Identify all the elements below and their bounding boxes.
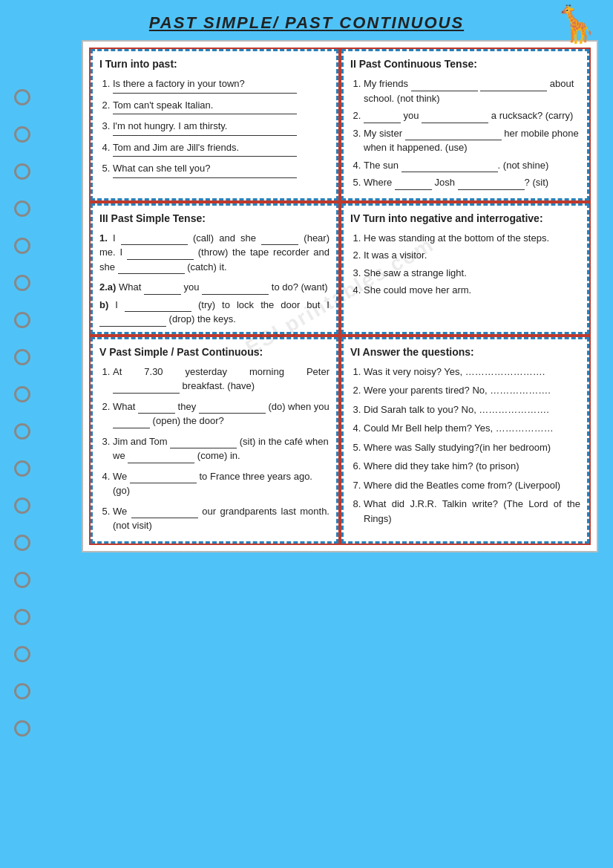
- list-item: Could Mr Bell help them? Yes, ………………: [364, 421, 580, 436]
- list-item: He was standing at the bottom of the ste…: [364, 231, 580, 246]
- spiral-ring: [14, 497, 30, 514]
- notebook: ESLprintables.com I Turn into past: Is t…: [82, 40, 598, 552]
- list-item: I'm not hungry. I am thirsty.: [113, 119, 330, 136]
- spiral-ring: [14, 720, 30, 737]
- list-item: you a rucksack? (carry): [364, 108, 580, 123]
- fill-blank[interactable]: [144, 284, 181, 295]
- list-item: Jim and Tom (sit) in the café when we (c…: [113, 434, 330, 463]
- section-2: II Past Continuous Tense: My friends abo…: [340, 48, 591, 202]
- section-3-p1: 1. I (call) and she (hear) me. I (throw)…: [99, 231, 330, 275]
- fill-blank[interactable]: [411, 81, 478, 91]
- spiral-ring: [14, 572, 30, 588]
- spiral-ring: [14, 275, 30, 291]
- list-item: We to France three years ago. (go): [113, 469, 330, 498]
- answer-line: [113, 114, 297, 114]
- page-title: PAST SIMPLE/ PAST CONTINUOUS: [0, 0, 613, 40]
- fill-blank[interactable]: [113, 418, 150, 428]
- list-item: What they (do) when you (open) the door?: [113, 399, 330, 428]
- section-4-title: IV Turn into negative and interrogative:: [350, 211, 580, 226]
- fill-blank[interactable]: [118, 264, 185, 274]
- fill-blank[interactable]: [199, 403, 266, 414]
- giraffe-icon: 🦒: [554, 4, 598, 45]
- spiral-binding: [7, 45, 37, 737]
- list-item: At 7.30 yesterday morning Peter breakfas…: [113, 365, 330, 394]
- section-5: V Past Simple / Past Continuous: At 7.30…: [89, 336, 340, 545]
- list-item: She saw a strange light.: [364, 266, 580, 281]
- list-item: She could move her arm.: [364, 283, 580, 298]
- spiral-ring: [14, 423, 30, 440]
- fill-blank[interactable]: [121, 235, 188, 245]
- list-item: My friends about school. (not think): [364, 76, 580, 105]
- section-1: I Turn into past: Is there a factory in …: [89, 48, 340, 202]
- section-6-title: VI Answer the questions:: [350, 345, 580, 360]
- list-item: Were your parents tired? No, ……………….: [364, 383, 580, 398]
- list-item: We our grandparents last month. (not vis…: [113, 504, 330, 533]
- fill-blank[interactable]: [401, 162, 498, 172]
- answer-line: [113, 93, 297, 94]
- list-item: Where Josh ? (sit): [364, 175, 580, 190]
- main-container: ESLprintables.com I Turn into past: Is t…: [45, 40, 606, 552]
- spiral-ring: [14, 200, 30, 217]
- fill-blank[interactable]: [125, 301, 191, 312]
- answer-line: [113, 156, 297, 157]
- section-3-p2b: b) I (try) to lock the door but I (drop)…: [99, 298, 330, 327]
- spiral-ring: [14, 535, 30, 551]
- spiral-ring: [14, 460, 30, 477]
- list-item: Was it very noisy? Yes, …………………….: [364, 365, 580, 379]
- fill-blank[interactable]: [395, 180, 432, 190]
- list-item: Tom can't speak Italian.: [113, 98, 330, 115]
- section-1-list: Is there a factory in your town? Tom can…: [99, 76, 330, 178]
- fill-blank[interactable]: [422, 113, 488, 123]
- section-2-title: II Past Continuous Tense:: [350, 56, 580, 72]
- fill-blank[interactable]: [458, 180, 525, 190]
- fill-blank[interactable]: [480, 81, 547, 91]
- spiral-ring: [14, 349, 30, 365]
- spiral-ring: [14, 163, 30, 180]
- list-item: My sister her mobile phone when it happe…: [364, 126, 580, 155]
- spiral-ring: [14, 609, 30, 625]
- list-item: What did J.R.R. Talkin write? (The Lord …: [364, 497, 580, 526]
- spiral-ring: [14, 238, 30, 254]
- spiral-ring: [14, 386, 30, 402]
- section-1-title: I Turn into past:: [99, 56, 330, 72]
- fill-blank[interactable]: [170, 438, 237, 448]
- list-item: Where was Sally studying?(in her bedroom…: [364, 440, 580, 455]
- list-item: Where did the Beatles come from? (Liverp…: [364, 478, 580, 493]
- section-2-list: My friends about school. (not think) you…: [350, 76, 580, 190]
- fill-blank[interactable]: [364, 113, 401, 123]
- fill-blank[interactable]: [405, 130, 502, 140]
- section-3-title: III Past Simple Tense:: [99, 211, 330, 226]
- spiral-ring: [14, 312, 30, 328]
- list-item: Where did they take him? (to prison): [364, 459, 580, 474]
- spiral-ring: [14, 683, 30, 699]
- section-6-list: Was it very noisy? Yes, ……………………. Were y…: [350, 365, 580, 526]
- answer-line: [113, 135, 297, 136]
- section-3: III Past Simple Tense: 1. I (call) and s…: [89, 202, 340, 336]
- fill-blank[interactable]: [127, 249, 194, 260]
- section-5-list: At 7.30 yesterday morning Peter breakfas…: [99, 365, 330, 533]
- spiral-ring: [14, 646, 30, 662]
- fill-blank[interactable]: [202, 284, 269, 295]
- fill-blank[interactable]: [99, 316, 166, 327]
- list-item: Did Sarah talk to you? No, ………………….: [364, 402, 580, 417]
- fill-blank[interactable]: [130, 473, 197, 483]
- section-4: IV Turn into negative and interrogative:…: [340, 202, 591, 336]
- list-item: What can she tell you?: [113, 161, 330, 178]
- fill-blank[interactable]: [128, 453, 194, 463]
- list-item: Is there a factory in your town?: [113, 76, 330, 94]
- fill-blank[interactable]: [131, 508, 198, 518]
- fill-blank[interactable]: [138, 403, 175, 414]
- answer-line: [113, 177, 297, 178]
- section-3-p2a: 2.a) What you to do? (want): [99, 280, 330, 295]
- spiral-ring: [14, 126, 30, 143]
- section-6: VI Answer the questions: Was it very noi…: [340, 336, 591, 545]
- list-item: Tom and Jim are Jill's friends.: [113, 140, 330, 157]
- fill-blank[interactable]: [113, 383, 180, 394]
- notebook-inner: ESLprintables.com I Turn into past: Is t…: [89, 48, 591, 545]
- spiral-ring: [14, 89, 30, 105]
- list-item: It was a visitor.: [364, 248, 580, 263]
- fill-blank[interactable]: [261, 235, 298, 245]
- section-5-title: V Past Simple / Past Continuous:: [99, 345, 330, 360]
- content-grid: I Turn into past: Is there a factory in …: [89, 48, 591, 545]
- list-item: The sun . (not shine): [364, 158, 580, 173]
